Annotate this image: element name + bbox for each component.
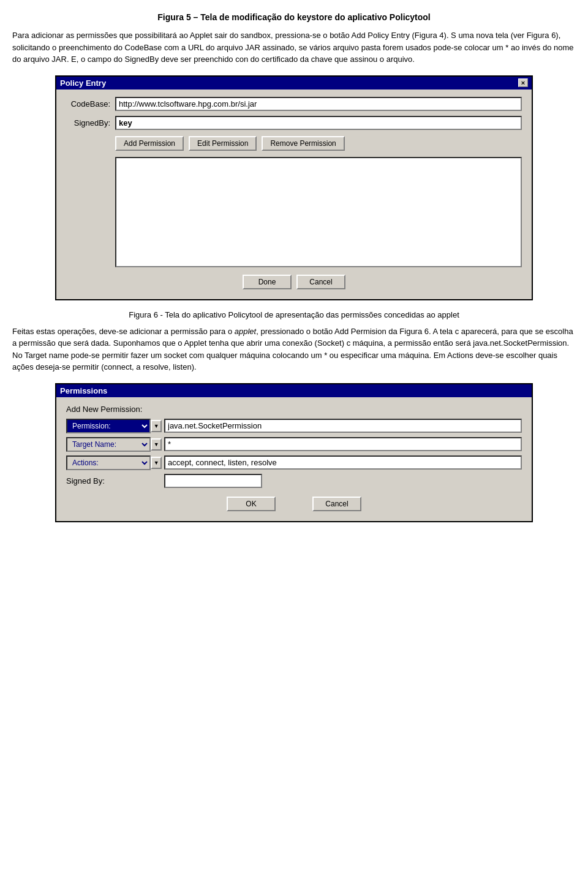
permissions-list [115,157,522,267]
target-dropdown-arrow[interactable]: ▼ [151,438,162,451]
policy-entry-dialog: Policy Entry × CodeBase: SignedBy: Add P… [55,75,533,300]
codebase-row: CodeBase: [66,97,522,111]
ok-button[interactable]: OK [227,497,276,511]
paragraph-2: Feitas estas operações, deve-se adiciona… [12,326,576,373]
policy-entry-body: CodeBase: SignedBy: Add Permission Edit … [56,90,532,299]
actions-dropdown-arrow[interactable]: ▼ [151,457,162,469]
signedby-row: SignedBy: [66,116,522,130]
page-title: Figura 5 – Tela de modificação do keysto… [12,12,576,22]
add-new-permission-label: Add New Permission: [66,405,522,414]
actions-dropdown-wrapper: Actions: ▼ [66,455,162,470]
actions-select[interactable]: Actions: [66,455,151,470]
permissions-titlebar: Permissions [56,384,532,397]
permission-row-label: Permission: ▼ [66,419,164,433]
actions-value-input[interactable] [164,455,522,470]
perm-ok-cancel-row: OK Cancel [66,497,522,511]
permission-dropdown-wrapper: Permission: ▼ [66,419,162,433]
permission-buttons-row: Add Permission Edit Permission Remove Pe… [115,136,522,151]
permission-row: Permission: ▼ [66,419,522,433]
permission-select[interactable]: Permission: [66,419,151,433]
policy-entry-titlebar: Policy Entry × [56,77,532,90]
signedby-input[interactable] [115,116,522,130]
permissions-dialog: Permissions Add New Permission: Permissi… [55,383,533,522]
policy-cancel-button[interactable]: Cancel [296,275,345,289]
signed-by-row: Signed By: [66,474,522,488]
signed-by-input[interactable] [164,474,262,488]
target-name-label-cell: Target Name: ▼ [66,437,164,452]
permission-value-input[interactable] [164,419,522,433]
codebase-input[interactable] [115,97,522,111]
add-permission-button[interactable]: Add Permission [115,136,184,151]
para2-applet: applet [235,327,256,336]
permissions-body: Add New Permission: Permission: ▼ Target… [56,397,532,521]
permission-dropdown-arrow[interactable]: ▼ [151,420,162,432]
target-name-select[interactable]: Target Name: [66,437,151,452]
done-cancel-row: Done Cancel [66,275,522,289]
codebase-label: CodeBase: [66,99,115,109]
edit-permission-button[interactable]: Edit Permission [189,136,257,151]
target-name-row: Target Name: ▼ [66,437,522,452]
paragraph-1: Para adicionar as permissões que possibi… [12,29,576,66]
permissions-cancel-button[interactable]: Cancel [312,497,361,511]
policy-entry-title: Policy Entry [60,78,106,88]
target-value-input[interactable] [164,437,522,451]
figure-6-caption: Figura 6 - Tela do aplicativo Policytool… [12,310,576,319]
para2-start: Feitas estas operações, deve-se adiciona… [12,327,235,336]
done-button[interactable]: Done [243,275,292,289]
actions-label-cell: Actions: ▼ [66,455,164,470]
target-dropdown-wrapper: Target Name: ▼ [66,437,162,452]
policy-entry-close-button[interactable]: × [518,78,528,87]
signedby-label: SignedBy: [66,118,115,128]
signed-by-label: Signed By: [66,476,164,486]
actions-row: Actions: ▼ [66,455,522,470]
permissions-title: Permissions [60,386,107,395]
remove-permission-button[interactable]: Remove Permission [262,136,344,151]
